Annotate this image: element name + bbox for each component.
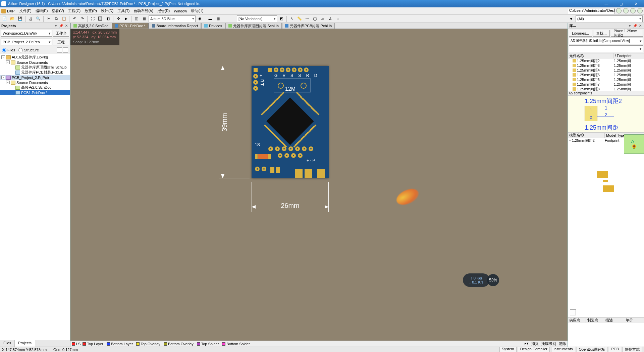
col-price[interactable]: 单价 [624, 318, 644, 323]
layer-clear[interactable]: 清除 [559, 341, 566, 346]
supplier-list[interactable] [568, 323, 644, 347]
tb-print-icon[interactable]: 🖨 [27, 15, 34, 22]
bottom-tab-files[interactable]: Files [0, 340, 15, 347]
find-button[interactable]: 查找... [593, 30, 609, 37]
workspace-combo[interactable]: Workspace1.DsnWrk [1, 30, 52, 37]
component-row[interactable]: 1.25mm间距41.25mm间 [568, 68, 644, 73]
tb-save-icon[interactable]: 💾 [17, 15, 23, 22]
component-filter[interactable] [569, 45, 643, 52]
nav-favorite-icon[interactable] [637, 8, 643, 13]
tree-item[interactable]: -AD16元器件库.LibPkg [0, 55, 70, 60]
doc-tab[interactable]: Devices [201, 23, 225, 29]
view-mode-combo[interactable]: Altium 3D Blue [149, 15, 196, 22]
status-tab[interactable]: OpenBus调色板 [577, 347, 608, 352]
component-row[interactable]: 1.25mm间距31.25mm间 [568, 63, 644, 68]
tree-opts-icon[interactable] [63, 47, 68, 53]
tree-item[interactable]: -Source Documents [0, 60, 70, 65]
tb-view2-icon[interactable]: ▦ [141, 15, 148, 22]
filter-combo[interactable]: (All) [576, 15, 643, 22]
menu-design[interactable]: 设计(D) [99, 8, 115, 14]
tb-zoom-area-icon[interactable]: 🔲 [97, 15, 104, 22]
lib-pin-icon[interactable]: 📌 [633, 24, 637, 28]
workspace-button[interactable]: 工作台 [53, 30, 69, 37]
tb-filter-icon[interactable]: ▼ [568, 15, 575, 22]
layer-mask[interactable]: 掩膜级别 [541, 341, 556, 346]
tb-grid-icon[interactable]: ▦ [215, 15, 221, 22]
tb-copy-icon[interactable]: ⧉ [53, 15, 60, 22]
menu-view[interactable]: 察看(V) [50, 8, 66, 14]
doc-tab[interactable]: PCB1.PcbDoc * [112, 23, 149, 29]
status-tab[interactable]: Instruments [551, 347, 575, 352]
menu-place[interactable]: 放置(P) [83, 8, 99, 14]
tb-compile-icon[interactable]: ▶ [123, 15, 129, 22]
tb-measure-icon[interactable]: 📏 [296, 15, 303, 22]
preview-tool-icon[interactable] [570, 309, 576, 315]
panel-pin-icon[interactable]: 📌 [59, 24, 63, 28]
tree-item[interactable]: PCB1.PcbDoc * [0, 90, 70, 95]
panel-dropdown-icon[interactable]: ▾ [53, 24, 58, 28]
nav-fwd-icon[interactable] [623, 8, 629, 13]
tb-open-icon[interactable]: 📂 [9, 15, 16, 22]
tb-poly-icon[interactable]: ▱ [319, 15, 326, 22]
col-manufacturer[interactable]: 制造商 [586, 318, 604, 323]
component-row[interactable]: 1.25mm间距61.25mm间 [568, 77, 644, 82]
component-row[interactable]: 1.25mm间距21.25mm间 [568, 58, 644, 63]
tb-cut-icon[interactable]: ✂ [45, 15, 52, 22]
tb-zoom-fit-icon[interactable]: ⛶ [89, 15, 96, 22]
variation-combo[interactable]: [No Variations] [237, 15, 277, 22]
project-button[interactable]: 工程 [53, 39, 69, 45]
doc-tab[interactable]: 元器件库原理图封装.SchLib [225, 23, 282, 29]
col-description[interactable]: 描述 [604, 318, 624, 323]
libraries-button[interactable]: Libraries... [569, 30, 592, 37]
tb-paste-icon[interactable]: 📋 [61, 15, 67, 22]
project-tree[interactable]: -AD16元器件库.LibPkg-Source Documents元器件库原理图… [0, 54, 70, 340]
tree-item[interactable]: 元器件库原理图封装.SchLib [0, 65, 70, 70]
tb-select-icon[interactable]: ↖ [288, 15, 295, 22]
tb-zoom-sel-icon[interactable]: ◧ [105, 15, 111, 22]
tb-variant-icon[interactable]: ◩ [278, 15, 285, 22]
place-button[interactable]: Place 1.25mm间距2 [611, 30, 643, 37]
tb-cross-icon[interactable]: ✛ [115, 15, 122, 22]
tree-item[interactable]: 元器件库PCB封装.PcbLib [0, 70, 70, 75]
tree-item[interactable]: -PCB_Project_2.PrjPcb [0, 75, 70, 80]
tb-preview-icon[interactable]: 🔍 [35, 15, 42, 22]
tb-text-icon[interactable]: A [327, 15, 334, 22]
col-model-name[interactable]: 模型名称 [568, 133, 605, 138]
status-tab[interactable]: PCB [609, 347, 621, 352]
layer-ls[interactable]: LS [72, 342, 80, 346]
nav-back-icon[interactable] [616, 8, 622, 13]
tb-redo-icon[interactable]: ↷ [79, 15, 86, 22]
component-row[interactable]: 1.25mm间距51.25mm间 [568, 73, 644, 77]
panel-close-icon[interactable]: ✕ [64, 24, 69, 28]
bottom-tab-projects[interactable]: Projects [15, 340, 35, 347]
path-box[interactable]: C:\Users\Administrator\Deskto [568, 8, 615, 14]
menu-edit[interactable]: 编辑(E) [34, 8, 50, 14]
status-tab[interactable]: Design Compiler [518, 347, 550, 352]
menu-help[interactable]: 帮助(H) [189, 8, 205, 14]
project-field[interactable]: PCB_Project_2.PrjPcb [1, 39, 52, 45]
refresh-icon[interactable] [57, 47, 62, 53]
doc-tab[interactable]: 高频头2.0.SchDoc [70, 23, 111, 29]
layer-opt1-icon[interactable]: ▸▾ [525, 341, 529, 346]
tb-layer-icon[interactable]: ▬ [207, 15, 214, 22]
tb-via-icon[interactable]: ◯ [312, 15, 318, 22]
col-component-name[interactable]: 元件名称 [568, 53, 613, 58]
radio-files[interactable]: Files [2, 48, 15, 52]
tree-item[interactable]: -Source Documents [0, 80, 70, 85]
tb-view1-icon[interactable]: ◫ [133, 15, 140, 22]
tree-item[interactable]: 高频头2.0.SchDoc [0, 85, 70, 90]
tb-new-icon[interactable]: 📄 [1, 15, 8, 22]
lib-dropdown-icon[interactable]: ▾ [627, 24, 632, 28]
component-row[interactable]: 1.25mm间距81.25mm间 [568, 87, 644, 91]
layer-tab[interactable]: Top Overlay [136, 342, 160, 346]
radio-structure[interactable]: Structure [18, 48, 39, 52]
dxp-menu[interactable]: DXP [1, 9, 15, 13]
doc-tab[interactable]: 元器件库PCB封装.PcbLib [282, 23, 335, 29]
nav-home-icon[interactable] [630, 8, 636, 13]
layer-tab[interactable]: Top Layer [83, 342, 103, 346]
pcb-canvas[interactable]: x:147.447 dx: 20.828 mm y: 52.324 dy: 18… [70, 29, 568, 341]
col-supplier[interactable]: 供应商 [568, 318, 586, 323]
lib-close-icon[interactable]: ✕ [638, 24, 643, 28]
close-button[interactable]: ✕ [629, 1, 643, 7]
component-list[interactable]: 1.25mm间距21.25mm间1.25mm间距31.25mm间1.25mm间距… [568, 58, 644, 91]
